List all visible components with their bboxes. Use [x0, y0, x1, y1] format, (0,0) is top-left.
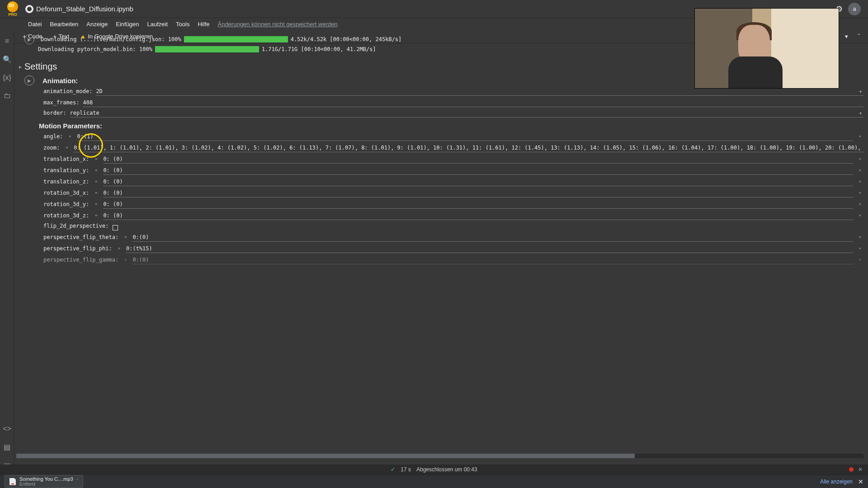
motion-title: Motion Parameters:: [39, 122, 863, 130]
quote-open: ": [66, 135, 73, 141]
quote-open: ": [93, 169, 99, 175]
field-label: border:: [43, 110, 66, 117]
field-label: rotation_3d_x:: [43, 190, 89, 197]
quote-close: ": [857, 135, 863, 141]
quote-open: ": [93, 191, 99, 197]
perspective-flip-phi-input[interactable]: [126, 244, 853, 253]
perspective-flip-theta-input[interactable]: [132, 233, 853, 242]
download-filename: Something You C....mp3: [19, 476, 73, 482]
translation-x-input[interactable]: [103, 155, 853, 164]
chevron-up-icon[interactable]: ˆ: [77, 479, 78, 484]
download-label: Downloading pytorch_model.bin: 100%: [38, 46, 152, 52]
field-rotation-3d-x: rotation_3d_x: " ": [43, 189, 863, 197]
colab-logo-wrap: PRO: [4, 1, 22, 17]
perspective-flip-gamma-input[interactable]: [132, 256, 853, 264]
border-select[interactable]: replicate ▾: [70, 110, 863, 117]
quote-close: ": [857, 202, 863, 209]
quote-close: ": [857, 214, 863, 220]
quote-open: ": [93, 214, 99, 220]
record-dot-icon: [849, 467, 854, 472]
menu-file[interactable]: Datei: [24, 21, 45, 28]
main-content: ▶ Downloading (...)lve/main/config.json:…: [14, 32, 868, 468]
translation-z-input[interactable]: [103, 178, 853, 186]
menu-runtime[interactable]: Laufzeit: [144, 21, 172, 28]
status-bar: ✓ 17 s Abgeschlossen um 00:43 ✕: [0, 465, 868, 474]
file-icon: [9, 478, 16, 485]
check-icon: ✓: [391, 466, 395, 473]
download-subtext: Entfernt: [19, 482, 73, 487]
field-label: rotation_3d_y:: [43, 201, 89, 209]
run-cell-button[interactable]: ▶: [24, 75, 34, 85]
scrollbar-thumb[interactable]: [16, 454, 635, 458]
quote-close: ": [857, 247, 863, 253]
field-translation-z: translation_z: " ": [43, 178, 863, 186]
notebook-title[interactable]: Deforum_Stable_Diffusion.ipynb: [36, 5, 133, 13]
angle-input[interactable]: [77, 132, 853, 141]
close-icon[interactable]: ✕: [858, 478, 863, 485]
show-all-link[interactable]: Alle anzeigen: [820, 479, 853, 485]
download-shelf: Something You C....mp3 Entfernt ˆ Alle a…: [0, 474, 868, 488]
field-perspective-flip-gamma: perspective_flip_gamma: " ": [43, 256, 863, 264]
code-icon[interactable]: <>: [3, 425, 11, 433]
colab-logo-icon[interactable]: [7, 1, 18, 12]
menu-insert[interactable]: Einfügen: [112, 21, 142, 28]
field-label: perspective_flip_phi:: [43, 245, 112, 253]
field-label: perspective_flip_theta:: [43, 234, 118, 242]
zoom-input[interactable]: [74, 144, 863, 152]
run-cell-button[interactable]: ▶: [24, 34, 34, 44]
flip-2d-perspective-checkbox[interactable]: [113, 225, 118, 230]
download-item[interactable]: Something You C....mp3 Entfernt ˆ: [5, 475, 83, 488]
horizontal-scrollbar[interactable]: [16, 454, 863, 458]
progress-bar: [184, 36, 288, 42]
chevron-down-icon: ▾: [859, 111, 863, 116]
close-status-icon[interactable]: ✕: [858, 466, 863, 473]
files-icon[interactable]: 🗀: [4, 92, 11, 100]
download-label: Downloading (...)lve/main/config.json: 1…: [41, 36, 181, 42]
download-stats: 1.71G/1.71G [00:10<00:00, 41.2MB/s]: [262, 46, 376, 52]
search-icon[interactable]: 🔍: [3, 55, 12, 64]
rotation-3d-z-input[interactable]: [103, 211, 853, 220]
field-rotation-3d-z: rotation_3d_z: " ": [43, 211, 863, 220]
field-label: angle:: [43, 133, 63, 141]
rotation-3d-x-input[interactable]: [103, 189, 853, 197]
field-label: rotation_3d_z:: [43, 212, 89, 220]
field-label: animation_mode:: [43, 88, 92, 96]
variables-icon[interactable]: {x}: [3, 74, 11, 82]
quote-close: ": [857, 235, 863, 242]
field-zoom: zoom: ": [43, 144, 863, 152]
avatar[interactable]: a: [848, 3, 861, 15]
quote-open: ": [93, 180, 99, 186]
field-border: border: replicate ▾: [43, 110, 863, 117]
quote-open: ": [122, 258, 129, 264]
pro-badge: PRO: [8, 12, 17, 17]
max-frames-input[interactable]: [83, 99, 863, 107]
menu-edit[interactable]: Bearbeiten: [46, 21, 82, 28]
webcam-overlay: [694, 8, 839, 89]
translation-y-input[interactable]: [103, 166, 853, 175]
rotation-3d-y-input[interactable]: [103, 200, 853, 209]
quote-open: ": [93, 157, 99, 164]
collapse-triangle-icon[interactable]: ▸: [19, 64, 22, 70]
quote-open: ": [116, 247, 123, 253]
quote-close: ": [857, 169, 863, 175]
menu-tools[interactable]: Tools: [172, 21, 193, 28]
field-translation-y: translation_y: " ": [43, 166, 863, 175]
quote-open: ": [122, 235, 129, 242]
status-text: Abgeschlossen um 00:43: [416, 466, 477, 473]
download-stats: 4.52k/4.52k [00:00<00:00, 245kB/s]: [291, 36, 402, 42]
toc-icon[interactable]: ≡: [5, 37, 9, 45]
field-perspective-flip-phi: perspective_flip_phi: " ": [43, 244, 863, 253]
menu-view[interactable]: Anzeige: [83, 21, 111, 28]
quote-open: ": [93, 202, 99, 209]
quote-close: ": [857, 258, 863, 264]
field-max-frames: max_frames:: [43, 99, 863, 107]
animation-mode-select[interactable]: 2D ▾: [96, 88, 863, 96]
field-flip-2d-perspective: flip_2d_perspective:: [43, 223, 863, 230]
github-icon: [25, 5, 33, 13]
field-translation-x: translation_x: " ": [43, 155, 863, 164]
terminal-list-icon[interactable]: ▤: [4, 443, 10, 451]
menu-help[interactable]: Hilfe: [194, 21, 213, 28]
save-warning[interactable]: Änderungen können nicht gespeichert werd…: [214, 21, 341, 28]
quote-open: ": [63, 146, 70, 152]
field-rotation-3d-y: rotation_3d_y: " ": [43, 200, 863, 209]
